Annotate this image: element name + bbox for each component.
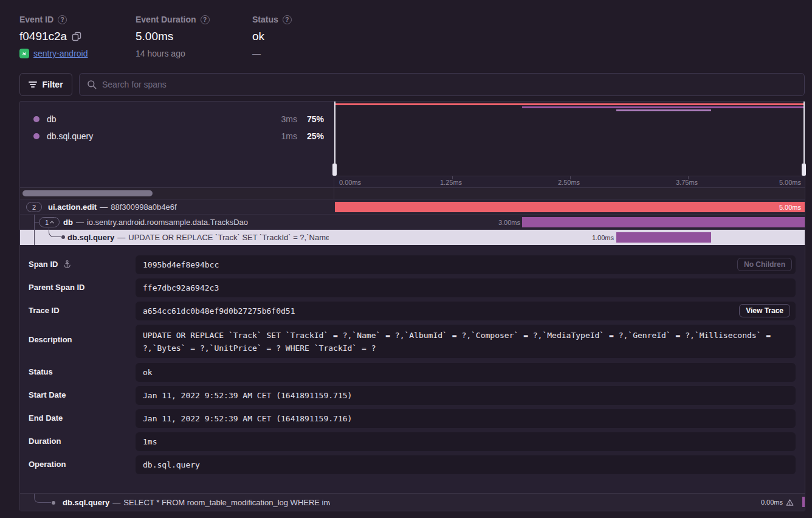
axis-tick-mark — [452, 176, 453, 179]
warning-icon — [786, 499, 794, 506]
trace-event-page: Event ID ? f0491c2a sentry-android Event… — [0, 0, 812, 518]
axis-tick-mark — [688, 176, 689, 179]
help-icon[interactable]: ? — [58, 15, 67, 24]
span-bar — [522, 217, 805, 227]
time-axis: 0.00ms 1.25ms 2.50ms 3.75ms 5.00ms — [334, 176, 806, 187]
search-input[interactable] — [102, 80, 797, 89]
view-trace-button[interactable]: View Trace — [739, 304, 790, 317]
event-time-ago: 14 hours ago — [136, 49, 185, 58]
ops-breakdown-item: db.sql.query 1ms 25% — [33, 130, 324, 143]
minimap-right-handle[interactable] — [802, 164, 806, 176]
trace-panel: db 3ms 75% db.sql.query 1ms 25% 0.00ms 1… — [19, 101, 805, 511]
operation-field-label: Operation — [29, 460, 66, 469]
op-color-dot — [33, 133, 40, 139]
chevron-up-icon — [50, 221, 54, 225]
duration-field-label: Duration — [29, 437, 61, 446]
start-date-label: Start Date — [29, 390, 66, 399]
axis-tick: 0.00ms — [339, 179, 361, 186]
separator: — — [100, 202, 108, 212]
span-row-ui-action-edit[interactable]: 2 ui.action.edit — 88f300998a0b4e6f 5.00… — [20, 199, 805, 215]
filter-icon — [29, 81, 37, 88]
span-duration: 0.00ms — [761, 494, 783, 511]
event-duration-label: Event Duration — [136, 15, 196, 24]
project-link[interactable]: sentry-android — [33, 49, 88, 58]
filter-button-label: Filter — [42, 80, 63, 89]
parent-span-id-label: Parent Span ID — [29, 283, 84, 292]
op-color-dot — [33, 116, 40, 122]
separator: — — [117, 233, 125, 242]
copy-icon[interactable] — [72, 32, 81, 41]
scroll-strip — [20, 187, 805, 199]
children-count: 1 — [45, 219, 49, 226]
span-op: ui.action.edit — [48, 202, 97, 212]
end-date-value: Jan 11, 2022 9:52:39 AM CET (1641891159.… — [136, 409, 796, 428]
span-row-db[interactable]: 1 db — io.sentry.android.roomsample.data… — [20, 215, 805, 230]
event-duration-column: Event Duration ? 5.00ms 14 hours ago — [136, 15, 210, 58]
parent-span-id-value: ffe7dbc92a6942c3 — [136, 278, 796, 297]
operation-field-value: db.sql.query — [136, 455, 796, 474]
minimap-span-db-sql-query — [616, 109, 711, 111]
span-op: db.sql.query — [63, 498, 109, 507]
tree-elbow — [34, 494, 51, 503]
tree-dot — [52, 501, 55, 505]
children-count: 2 — [32, 204, 36, 211]
span-bar: 5.00ms — [335, 202, 805, 212]
event-id-label-row: Event ID ? — [19, 15, 88, 24]
help-icon[interactable]: ? — [283, 15, 292, 24]
span-description: io.sentry.android.roomsample.data.Tracks… — [87, 218, 248, 227]
tree-line — [34, 222, 39, 223]
android-project-icon — [19, 49, 29, 58]
duration-field-value: 1ms — [136, 432, 796, 451]
status-column: Status ? ok — — [252, 15, 292, 58]
status-field-label: Status — [29, 367, 53, 376]
span-bar — [616, 232, 711, 243]
span-description: UPDATE OR REPLACE `Track` SET `TrackId` … — [128, 233, 329, 242]
filter-button[interactable]: Filter — [19, 73, 72, 96]
tree-dot — [61, 235, 65, 239]
op-duration: 1ms — [281, 131, 297, 141]
op-name: db.sql.query — [47, 131, 93, 141]
help-icon[interactable]: ? — [201, 15, 210, 24]
axis-tick: 3.75ms — [676, 179, 698, 186]
no-children-badge: No Children — [737, 258, 792, 271]
end-date-label: End Date — [29, 413, 63, 423]
span-id-label: Span ID — [29, 260, 58, 269]
span-row-db-sql-query-select[interactable]: db.sql.query — SELECT * FROM room_table_… — [20, 494, 805, 511]
horizontal-scrollbar[interactable] — [22, 190, 153, 196]
op-duration: 3ms — [281, 114, 297, 124]
op-percent: 75% — [297, 114, 324, 124]
start-date-value: Jan 11, 2022 9:52:39 AM CET (1641891159.… — [136, 386, 796, 405]
span-description: SELECT * FROM room_table_modification_lo… — [123, 498, 330, 507]
span-search — [79, 73, 805, 96]
separator: — — [76, 218, 84, 227]
anchor-icon[interactable] — [63, 260, 72, 269]
search-icon — [87, 80, 97, 89]
span-collapse-badge[interactable]: 1 — [39, 217, 60, 227]
status-secondary: — — [252, 49, 261, 58]
trace-id-value: a654cc61dc0b48ef9d0b27275b6f0d51 — [136, 302, 796, 320]
description-label: Description — [29, 335, 72, 344]
span-bar — [802, 497, 805, 507]
span-op: db.sql.query — [67, 233, 114, 242]
span-description: 88f300998a0b4e6f — [111, 202, 176, 212]
span-duration: 3.00ms — [498, 215, 520, 230]
span-children-badge[interactable]: 2 — [26, 202, 42, 212]
separator: — — [112, 498, 120, 507]
ops-breakdown-item: db 3ms 75% — [33, 112, 324, 126]
trace-id-label: Trace ID — [29, 306, 60, 315]
tree-elbow — [49, 228, 61, 237]
span-op: db — [63, 218, 73, 227]
minimap-span-db — [522, 106, 805, 108]
span-row-db-sql-query-selected[interactable]: db.sql.query — UPDATE OR REPLACE `Track`… — [20, 230, 805, 245]
op-percent: 25% — [297, 131, 324, 141]
axis-tick: 1.25ms — [440, 179, 462, 186]
event-id-value: f0491c2a — [19, 30, 67, 43]
span-duration: 1.00ms — [592, 230, 614, 245]
axis-tick-mark — [570, 176, 571, 179]
axis-tick: 2.50ms — [558, 179, 580, 186]
status-label: Status — [252, 15, 278, 24]
minimap-left-handle[interactable] — [332, 164, 337, 176]
minimap-span-ui-action-edit — [335, 103, 805, 105]
trace-minimap[interactable] — [334, 102, 806, 176]
tree-line — [34, 230, 35, 245]
